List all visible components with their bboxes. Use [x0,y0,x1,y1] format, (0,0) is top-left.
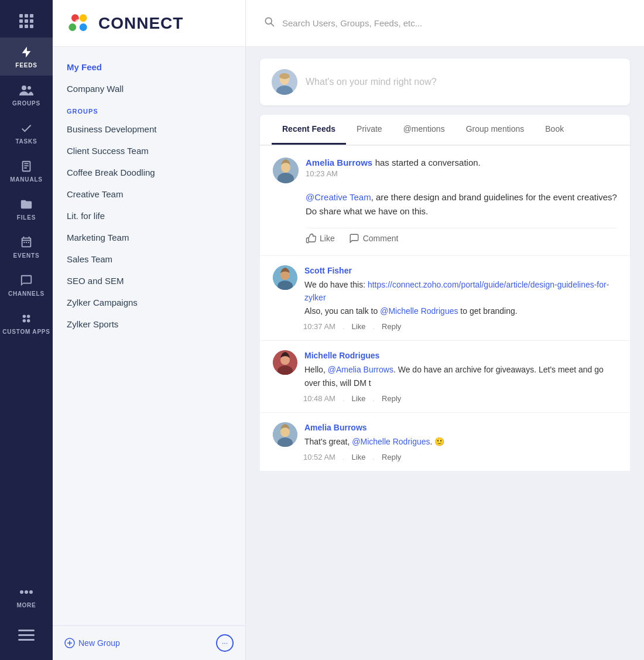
post-author-name: Amelia Burrows [306,158,372,167]
post-meta: Amelia Burrows has started a conversatio… [306,158,617,178]
feeds-label: FEEDS [15,62,37,69]
feed-tabs: Recent Feeds Private @mentions Group men… [260,115,630,145]
sidebar-group-seo[interactable]: SEO and SEM [53,270,245,292]
custom-apps-label: CUSTOM APPS [2,329,50,335]
sidebar-item-manuals[interactable]: MANUALS [0,152,53,190]
tasks-icon [19,121,34,136]
amelia-mention-michelle[interactable]: @Michelle Rodrigues [352,437,430,446]
sidebar-item-my-feed[interactable]: My Feed [53,56,245,78]
post-composer: What's on your mind right now? [260,59,630,105]
post-mention-creative-team[interactable]: @Creative Team [306,192,371,202]
sidebar-group-business-dev[interactable]: Business Development [53,118,245,140]
svg-rect-11 [18,639,35,641]
scott-mention-michelle[interactable]: @Michelle Rodrigues [380,306,458,316]
svg-point-4 [23,319,26,323]
scott-reply-button[interactable]: Reply [382,322,401,331]
sidebar-group-creative-team[interactable]: Creative Team [53,183,245,205]
sidebar-header: CONNECT [53,0,245,47]
search-input[interactable]: Search Users, Groups, Feeds, etc... [282,18,626,28]
michelle-like-button[interactable]: Like [352,394,366,403]
svg-point-36 [280,428,290,437]
sidebar-group-sales[interactable]: Sales Team [53,248,245,270]
sidebar-footer: New Group ··· [53,625,245,660]
main-header: Search Users, Groups, Feeds, etc... [246,0,644,47]
sidebar-group-zylker-campaigns[interactable]: Zylker Campaigns [53,292,245,313]
scott-name: Scott Fisher [304,266,352,275]
sidebar-item-groups[interactable]: GROUPS [0,76,53,114]
scott-like-button[interactable]: Like [352,322,366,331]
feed-area: What's on your mind right now? Recent Fe… [246,47,644,660]
plus-circle-icon [64,638,75,648]
comment-michelle: Michelle Rodrigues Hello, @Amelia Burrow… [260,340,630,412]
svg-point-1 [28,86,31,90]
comment-amelia-reply: Amelia Burrows That's great, @Michelle R… [260,412,630,471]
sidebar-item-tasks[interactable]: TASKS [0,114,53,152]
sidebar-item-more[interactable]: MORE [0,577,53,615]
post-action-text: has started a conversation. [375,158,481,167]
comment-label: Comment [363,234,399,243]
scott-body: We do have this: https://connect.zoho.co… [304,278,617,317]
svg-point-27 [281,162,290,173]
grid-menu-button[interactable] [0,6,53,37]
tab-book[interactable]: Book [535,115,574,145]
custom-apps-icon [19,311,34,326]
amelia-avatar-img [273,158,299,183]
sidebar-item-events[interactable]: EVENTS [0,228,53,266]
groups-icon [19,83,34,98]
sidebar: CONNECT My Feed Company Wall GROUPS Busi… [53,0,246,660]
hamburger-button[interactable] [18,625,35,648]
svg-point-6 [20,590,23,594]
comment-scott: Scott Fisher We do have this: https://co… [260,255,630,340]
icon-nav: FEEDS GROUPS TASKS MANUALS FILES EVENTS [0,0,53,660]
tab-recent-feeds[interactable]: Recent Feeds [272,115,346,145]
like-icon [306,233,316,244]
sidebar-item-feeds[interactable]: FEEDS [0,37,53,76]
app-name: CONNECT [98,14,183,33]
svg-point-7 [25,590,28,594]
sidebar-group-client-success[interactable]: Client Success Team [53,140,245,162]
manuals-icon [19,159,34,174]
sidebar-item-company-wall[interactable]: Company Wall [53,78,245,100]
main-content: Search Users, Groups, Feeds, etc... What… [246,0,644,660]
tab-private[interactable]: Private [346,115,393,145]
comment-button[interactable]: Comment [349,233,399,244]
sidebar-group-lit[interactable]: Lit. for life [53,205,245,227]
composer-placeholder[interactable]: What's on your mind right now? [306,77,437,87]
new-group-button[interactable]: New Group [64,638,120,648]
comment-header-scott: Scott Fisher We do have this: https://co… [273,265,617,317]
amelia-reply-reply-button[interactable]: Reply [382,453,401,461]
amelia-reply-like-button[interactable]: Like [352,453,366,461]
michelle-avatar [273,350,297,375]
design-guidelines-link[interactable]: https://connect.zoho.com/portal/guide/ar… [304,280,609,302]
sidebar-group-coffee-break[interactable]: Coffee Break Doodling [53,162,245,183]
comment-header-michelle: Michelle Rodrigues Hello, @Amelia Burrow… [273,350,617,389]
scott-time: 10:37 AM [303,322,335,331]
sidebar-item-custom-apps[interactable]: CUSTOM APPS [0,304,53,342]
sidebar-group-marketing[interactable]: Marketing Team [53,227,245,248]
amelia-reply-avatar [273,422,297,447]
post-header: Amelia Burrows has started a conversatio… [273,158,617,183]
michelle-mention-amelia[interactable]: @Amelia Burrows [328,365,393,374]
tasks-label: TASKS [15,138,37,145]
composer-avatar [272,69,297,95]
events-label: EVENTS [13,252,40,259]
sidebar-group-zylker-sports[interactable]: Zylker Sports [53,313,245,335]
comment-icon [349,233,359,244]
search-icon [263,16,275,30]
svg-point-2 [23,315,26,319]
sidebar-item-files[interactable]: FILES [0,190,53,228]
sidebar-item-channels[interactable]: CHANNELS [0,266,53,304]
like-button[interactable]: Like [306,233,335,244]
michelle-reply-button[interactable]: Reply [382,394,401,403]
svg-rect-10 [18,634,35,636]
scott-avatar [273,265,297,290]
tab-group-mentions[interactable]: Group mentions [455,115,535,145]
files-icon [19,197,34,212]
svg-point-13 [80,14,87,22]
svg-point-5 [27,319,30,323]
tab-mentions[interactable]: @mentions [393,115,455,145]
like-label: Like [320,234,335,243]
svg-point-15 [80,23,87,31]
sidebar-more-button[interactable]: ··· [216,634,234,652]
calendar-icon [19,235,34,250]
